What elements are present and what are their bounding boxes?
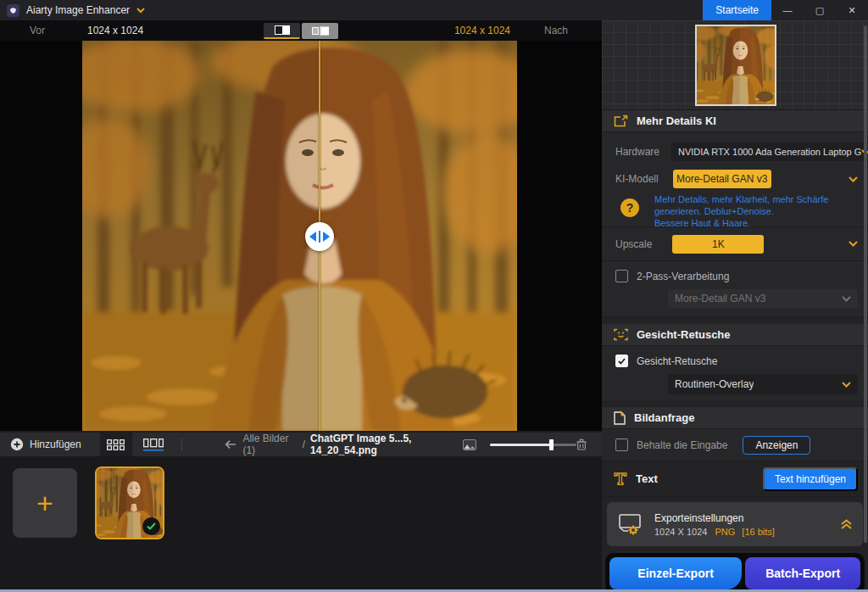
- show-prompt-button[interactable]: Anzeigen: [743, 436, 810, 455]
- check-icon: [618, 358, 626, 365]
- upscale-pill[interactable]: 1K: [672, 235, 764, 254]
- model-pill[interactable]: More-Detail GAN v3: [673, 170, 771, 188]
- export-bit-depth: [16 bits]: [742, 527, 775, 537]
- details-title: Mehr Details KI: [637, 114, 716, 127]
- hardware-value: NVIDIA RTX 1000 Ada Generation Laptop G: [678, 147, 861, 157]
- export-settings-icon: [617, 513, 643, 535]
- face-panel: Gesicht-Retusche Routinen-Overlay: [602, 346, 868, 402]
- export-buttons-bar: Einzel-Export Batch-Export: [605, 553, 865, 592]
- section-header-details: Mehr Details KI: [602, 110, 868, 132]
- section-header-prompt: Bildanfrage: [602, 407, 868, 429]
- close-button[interactable]: ✕: [836, 0, 868, 20]
- face-retouch-icon: [614, 328, 628, 341]
- before-label: Vor: [30, 25, 45, 36]
- list-view-button[interactable]: [137, 433, 170, 456]
- document-icon: [614, 411, 626, 425]
- model-chevron-icon[interactable]: [849, 176, 858, 182]
- export-format: PNG: [715, 527, 735, 537]
- bottom-toolbar: Hinzufügen Alle Bilder (1) / ChatGPT Ima…: [0, 433, 602, 456]
- prompt-row: Behalte die Eingabe Anzeigen: [602, 429, 868, 461]
- section-header-face: Gesicht-Retusche: [602, 324, 868, 346]
- model-value: More-Detail GAN v3: [676, 173, 767, 185]
- text-title: Text: [636, 472, 658, 485]
- export-settings-panel[interactable]: Exporteinstellungen 1024 X 1024 PNG [16 …: [607, 502, 863, 546]
- single-export-button[interactable]: Einzel-Export: [609, 557, 742, 589]
- app-logo-icon: [7, 4, 19, 17]
- model-description-line1: Mehr Details, mehr Klarheit, mehr Schärf…: [654, 193, 828, 205]
- selected-check-badge: [142, 517, 160, 535]
- slider-left-arrow-icon: [309, 232, 316, 242]
- model-description-line3: Bessere Haut & Haare.: [654, 217, 828, 229]
- image-viewer: [0, 41, 602, 431]
- collapse-double-chevron-icon[interactable]: [840, 519, 853, 530]
- plus-circle-icon: [10, 438, 24, 451]
- two-pass-panel: 2-Pass-Verarbeitung More-Detail GAN v3: [602, 261, 868, 317]
- help-icon[interactable]: ?: [620, 198, 639, 217]
- view-mode-toggles: [264, 23, 338, 39]
- maximize-button[interactable]: ▢: [804, 0, 836, 20]
- app-menu-chevron-icon[interactable]: [136, 8, 145, 14]
- portrait-image: [82, 41, 517, 431]
- filmstrip: +: [0, 456, 602, 589]
- slider-knob[interactable]: [549, 439, 554, 450]
- upscale-row: Upscale 1K: [602, 227, 868, 261]
- hardware-dropdown[interactable]: NVIDIA RTX 1000 Ada Generation Laptop G: [671, 142, 868, 161]
- two-pass-label: 2-Pass-Verarbeitung: [637, 271, 729, 282]
- breadcrumb-separator: /: [303, 438, 305, 450]
- split-view-button[interactable]: [264, 23, 300, 39]
- batch-export-button[interactable]: Batch-Export: [745, 557, 860, 589]
- slider-right-arrow-icon: [323, 232, 330, 242]
- enhance-icon: [614, 114, 628, 127]
- model-description-line2: generieren. Deblur+Denoise.: [654, 205, 828, 217]
- title-bar: Aiarty Image Enhancer Startseite — ▢ ✕: [0, 0, 868, 20]
- add-image-button[interactable]: Hinzufügen: [10, 438, 81, 451]
- back-arrow-icon[interactable]: [225, 439, 236, 450]
- side-by-side-view-button[interactable]: [302, 23, 338, 39]
- home-button[interactable]: Startseite: [703, 0, 771, 20]
- face-mode-dropdown[interactable]: Routinen-Overlay: [668, 374, 858, 394]
- upscale-label: Upscale: [615, 238, 652, 250]
- grid-view-icon: [107, 439, 125, 450]
- before-size: 1024 x 1024: [87, 25, 143, 36]
- face-retouch-checkbox[interactable]: [615, 355, 628, 367]
- compare-slider-handle[interactable]: [305, 222, 334, 251]
- image-thumbnail-icon: [463, 439, 476, 450]
- after-size: 1024 x 1024: [454, 25, 510, 36]
- keep-input-label: Behalte die Eingabe: [637, 439, 727, 451]
- toolbar-separator: [181, 438, 182, 450]
- two-pass-model-dropdown: More-Detail GAN v3: [668, 289, 858, 308]
- face-mode-value: Routinen-Overlay: [675, 378, 754, 390]
- chevron-down-icon: [842, 382, 851, 388]
- thumbnail-size-slider[interactable]: [490, 444, 576, 446]
- export-settings-title: Exporteinstellungen: [654, 512, 775, 524]
- face-retouch-label: Gesicht-Retusche: [637, 355, 717, 367]
- chevron-down-icon: [842, 296, 851, 302]
- after-label: Nach: [544, 25, 568, 36]
- face-title: Gesicht-Retusche: [637, 328, 731, 341]
- keep-input-checkbox[interactable]: [615, 438, 628, 451]
- two-pass-model-value: More-Detail GAN v3: [675, 293, 842, 304]
- upscale-value: 1K: [712, 238, 725, 250]
- slider-fill: [490, 444, 550, 446]
- sidebar-scrollbar-thumb[interactable]: [864, 25, 867, 543]
- compare-canvas[interactable]: [82, 41, 517, 431]
- trash-icon[interactable]: [576, 438, 587, 451]
- grid-view-button[interactable]: [100, 433, 132, 456]
- model-label: KI-Modell: [615, 173, 659, 185]
- two-pass-checkbox[interactable]: [615, 270, 628, 282]
- text-tool-icon: [614, 472, 627, 485]
- upscale-chevron-icon[interactable]: [849, 241, 858, 247]
- hardware-label: Hardware: [615, 146, 659, 158]
- slider-bar-icon: [319, 231, 320, 243]
- add-image-tile[interactable]: +: [13, 468, 77, 538]
- text-row: Text Text hinzufügen: [602, 461, 868, 497]
- breadcrumb-all-images[interactable]: Alle Bilder (1): [242, 433, 295, 456]
- result-preview-thumbnail[interactable]: [695, 25, 776, 106]
- details-panel: Hardware NVIDIA RTX 1000 Ada Generation …: [602, 132, 868, 227]
- add-text-button[interactable]: Text hinzufügen: [763, 467, 858, 491]
- sidebar-scrollbar[interactable]: [864, 25, 867, 543]
- prompt-title: Bildanfrage: [634, 411, 695, 424]
- settings-sidebar: Mehr Details KI Hardware NVIDIA RTX 1000…: [602, 20, 868, 589]
- minimize-button[interactable]: —: [771, 0, 804, 20]
- export-size: 1024 X 1024: [654, 527, 707, 537]
